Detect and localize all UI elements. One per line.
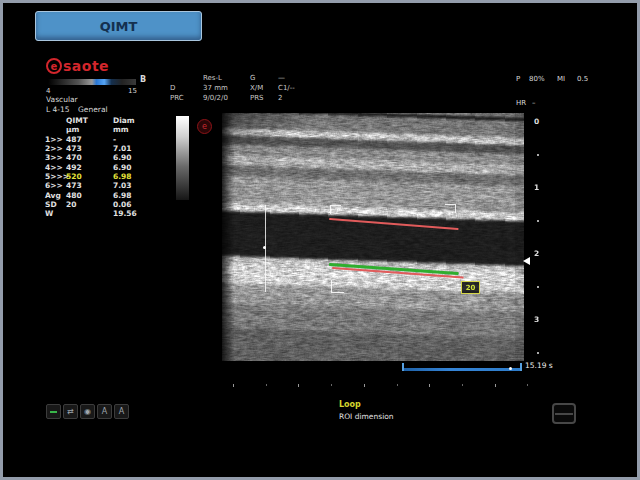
param-g-value: — (278, 74, 285, 83)
unit-qimt: µm (66, 125, 113, 134)
qimt-mode-button[interactable]: QIMT (35, 11, 202, 41)
row-diam: 6.98 (113, 172, 163, 181)
swap-arrows-icon[interactable]: ⇄ (63, 404, 78, 419)
col-header-qimt: QIMT (66, 116, 113, 125)
param-depth-value: 37 mm (203, 84, 228, 93)
row-qimt: 20 (66, 200, 113, 209)
row-qimt: 473 (66, 181, 113, 190)
loop-range-bar (404, 368, 520, 371)
row-diam: 19.56 (113, 209, 163, 218)
row-diam: 6.90 (113, 153, 163, 162)
row-label: 1>> (45, 135, 66, 144)
roi-corner-bottom-left (331, 280, 344, 293)
table-row[interactable]: 1>> 487 - (45, 135, 163, 144)
disk-icon[interactable] (552, 403, 576, 424)
depth-tick-3: 3 (534, 315, 539, 324)
soft-key-toolbar: ⇄ ◉ A A (46, 404, 129, 419)
qimt-measurement-table: QIMT Diam µm mm 1>> 487 - 2>> 473 7.01 3… (45, 116, 163, 218)
focus-marker-icon[interactable] (523, 257, 530, 265)
roi-value-box: 20 (461, 281, 480, 294)
param-g-label: G (250, 74, 255, 83)
loop-position-dot[interactable] (509, 367, 512, 370)
roi-corner-top-left (330, 205, 341, 214)
param-prc-value: 9/0/2/0 (203, 94, 228, 103)
row-label: W (45, 209, 66, 218)
annotation-b-icon[interactable]: A (114, 404, 129, 419)
loop-duration: 15.19 s (525, 361, 553, 370)
row-label: 6>> (45, 181, 66, 190)
param-xm-label: X/M (250, 84, 263, 93)
grayscale-wedge (176, 116, 189, 200)
table-row[interactable]: 6>> 473 7.03 (45, 181, 163, 190)
gray-map-bar (48, 79, 136, 85)
esaote-e-icon: e (46, 58, 62, 74)
row-diam: 7.03 (113, 181, 163, 190)
esaote-logo: esaote (46, 58, 109, 74)
depth-tick-2: 2 (534, 249, 539, 258)
cine-strip-icon[interactable] (46, 404, 61, 419)
row-diam: 7.01 (113, 144, 163, 153)
table-units: µm mm (45, 125, 163, 134)
row-diam: 6.90 (113, 163, 163, 172)
param-d-label: D (170, 84, 175, 93)
row-label: Avg (45, 191, 66, 200)
table-row-avg: Avg 480 6.98 (45, 190, 163, 199)
application-label: Vascular (46, 95, 78, 104)
param-prs-label: PRS (250, 94, 264, 103)
annotation-a-icon[interactable]: A (97, 404, 112, 419)
table-row-w: W 19.56 (45, 209, 163, 218)
depth-halftick (537, 286, 539, 288)
power-value: 80% (529, 75, 545, 84)
cine-loop-scrubber[interactable] (402, 363, 522, 371)
roi-corner-top-right (445, 204, 456, 213)
ultrasound-image[interactable]: 20 (222, 113, 524, 361)
target-icon[interactable]: ◉ (80, 404, 95, 419)
table-row-sd: SD 20 0.06 (45, 200, 163, 209)
depth-halftick (537, 220, 539, 222)
depth-halftick (537, 352, 539, 354)
row-qimt: 473 (66, 144, 113, 153)
table-row[interactable]: 4>> 492 6.90 (45, 162, 163, 171)
param-res-label: Res-L (203, 74, 222, 83)
trackball-mode-label: Loop (339, 400, 361, 410)
esaote-logo-text: saote (63, 58, 109, 74)
table-row[interactable]: 3>> 470 6.90 (45, 153, 163, 162)
param-prc-label: PRC (170, 94, 184, 103)
depth-tick-1: 1 (534, 183, 539, 192)
row-qimt: 487 (66, 135, 113, 144)
row-label: 5>>> (45, 172, 66, 181)
mi-value: 0.5 (577, 75, 588, 84)
col-header-diam: Diam (113, 116, 163, 125)
row-label: 4>> (45, 163, 66, 172)
table-row[interactable]: 2>> 473 7.01 (45, 144, 163, 153)
unit-diam: mm (113, 125, 163, 134)
ultrasound-screen: QIMT esaote B 4 15 Vascular L 4-15 Gener… (0, 0, 640, 480)
freq-max-label: 15 (128, 87, 137, 96)
row-qimt: 470 (66, 153, 113, 162)
esaote-mini-icon: e (197, 119, 212, 134)
param-c-value: C1/-- (278, 84, 295, 93)
trackball-action-label[interactable]: ROI dimension (339, 412, 394, 421)
hr-label: HR (516, 99, 526, 108)
mi-label: MI (557, 75, 565, 84)
row-qimt: 520 (66, 172, 113, 181)
row-label: SD (45, 200, 66, 209)
row-label: 2>> (45, 144, 66, 153)
depth-tick-0: 0 (534, 117, 539, 126)
row-diam: - (113, 135, 163, 144)
table-header: QIMT Diam (45, 116, 163, 125)
row-diam: 0.06 (113, 200, 163, 209)
hr-value: – (532, 99, 536, 108)
row-qimt: 492 (66, 163, 113, 172)
row-qimt: 480 (66, 191, 113, 200)
b-mode-label: B (140, 75, 146, 85)
time-ruler (233, 384, 533, 388)
table-row-selected[interactable]: 5>>> 520 6.98 (45, 172, 163, 181)
depth-halftick (537, 154, 539, 156)
row-diam: 6.98 (113, 191, 163, 200)
preset-label: General (78, 105, 108, 114)
b-mode-speckle-canvas (222, 113, 524, 361)
probe-name-label: L 4-15 (46, 105, 70, 114)
roi-left-handle[interactable] (263, 246, 266, 249)
row-label: 3>> (45, 153, 66, 162)
